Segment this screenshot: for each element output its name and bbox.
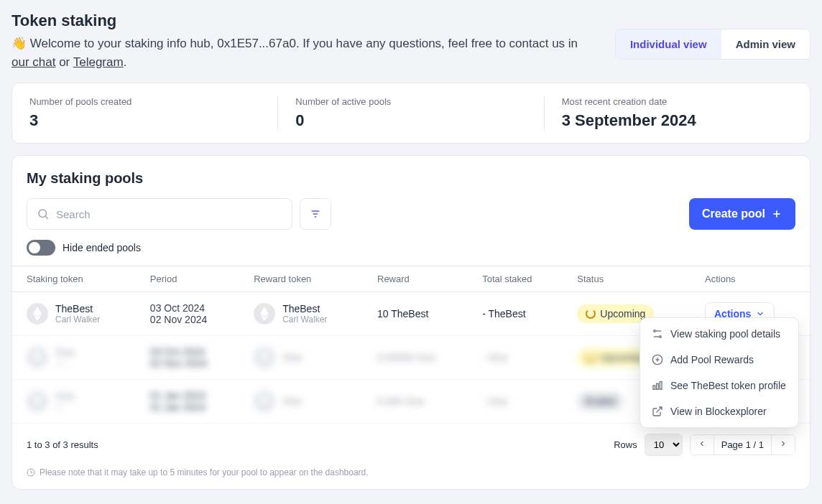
spinner-icon xyxy=(586,309,596,319)
stat-label: Most recent creation date xyxy=(562,96,793,107)
stat-value: 3 September 2024 xyxy=(562,111,793,130)
chevron-left-icon xyxy=(698,439,706,448)
individual-view-button[interactable]: Individual view xyxy=(616,29,721,59)
th-status: Status xyxy=(563,266,691,292)
welcome-text: 👋 Welcome to your staking info hub, 0x1E… xyxy=(11,34,598,71)
reward-token-name: TheBest xyxy=(282,303,327,314)
reward-cell: 10 TheBest xyxy=(363,292,468,336)
ethereum-icon xyxy=(27,303,48,325)
th-reward-token: Reward token xyxy=(239,266,363,292)
telegram-link[interactable]: Telegram xyxy=(73,55,124,69)
th-reward: Reward xyxy=(363,266,468,292)
svg-rect-16 xyxy=(657,383,659,389)
create-pool-button[interactable]: Create pool xyxy=(689,198,795,230)
actions-dropdown: View staking pool details Add Pool Rewar… xyxy=(639,317,799,428)
stat-label: Number of active pools xyxy=(295,96,526,107)
external-link-icon xyxy=(652,406,663,417)
ethereum-icon xyxy=(27,347,48,368)
staking-token-sub: Carl Walker xyxy=(55,314,100,325)
plus-icon xyxy=(771,208,782,220)
results-text: 1 to 3 of 3 results xyxy=(27,439,98,450)
stat-label: Number of pools created xyxy=(29,96,260,107)
reward-token-sub: Carl Walker xyxy=(282,314,327,325)
total-staked-cell: - TheBest xyxy=(468,292,563,336)
details-icon xyxy=(652,328,663,340)
chevron-right-icon xyxy=(779,439,788,448)
ethereum-icon xyxy=(254,391,275,412)
svg-rect-17 xyxy=(660,382,662,390)
filter-icon xyxy=(310,208,321,220)
dropdown-view-details[interactable]: View staking pool details xyxy=(640,321,798,347)
view-toggle: Individual view Admin view xyxy=(615,29,811,60)
search-input[interactable] xyxy=(27,198,292,230)
ethereum-icon xyxy=(27,391,48,412)
prev-page-button[interactable] xyxy=(691,435,714,454)
svg-point-9 xyxy=(660,336,662,338)
ethereum-icon xyxy=(254,303,275,325)
ethereum-icon xyxy=(254,347,275,368)
dropdown-add-rewards[interactable]: Add Pool Rewards xyxy=(640,347,798,373)
rows-label: Rows xyxy=(614,439,637,450)
staking-token-name: TheBest xyxy=(55,303,100,314)
plus-circle-icon xyxy=(652,354,663,365)
period-from: 03 Oct 2024 xyxy=(150,302,225,314)
svg-line-18 xyxy=(657,407,662,412)
filter-button[interactable] xyxy=(300,198,331,230)
hide-ended-toggle[interactable] xyxy=(27,240,55,256)
th-actions: Actions xyxy=(691,266,810,292)
dropdown-blockexplorer[interactable]: View in Blockexplorer xyxy=(640,398,798,424)
page-indicator: Page 1 / 1 xyxy=(714,435,772,454)
svg-point-0 xyxy=(39,210,47,218)
admin-view-button[interactable]: Admin view xyxy=(721,29,810,59)
chat-link[interactable]: our chat xyxy=(11,55,55,69)
svg-rect-15 xyxy=(653,386,655,389)
stat-value: 0 xyxy=(295,111,526,130)
th-staking-token: Staking token xyxy=(12,266,136,292)
svg-line-1 xyxy=(45,216,47,218)
th-period: Period xyxy=(136,266,239,292)
stats-card: Number of pools created 3 Number of acti… xyxy=(11,83,811,144)
chart-icon xyxy=(652,380,663,391)
page-title: Token staking xyxy=(11,11,598,30)
footer-note: Please note that it may take up to 5 min… xyxy=(12,463,810,477)
svg-point-8 xyxy=(654,330,656,332)
stat-value: 3 xyxy=(29,111,260,130)
th-total-staked: Total staked xyxy=(468,266,563,292)
rows-select[interactable]: 10 xyxy=(645,434,683,456)
next-page-button[interactable] xyxy=(772,435,795,454)
hide-ended-label: Hide ended pools xyxy=(63,242,141,253)
period-to: 02 Nov 2024 xyxy=(150,314,225,325)
pools-title: My staking pools xyxy=(12,170,810,187)
search-icon xyxy=(37,207,50,220)
clock-icon xyxy=(27,468,35,477)
dropdown-token-profile[interactable]: See TheBest token profile xyxy=(640,373,798,398)
